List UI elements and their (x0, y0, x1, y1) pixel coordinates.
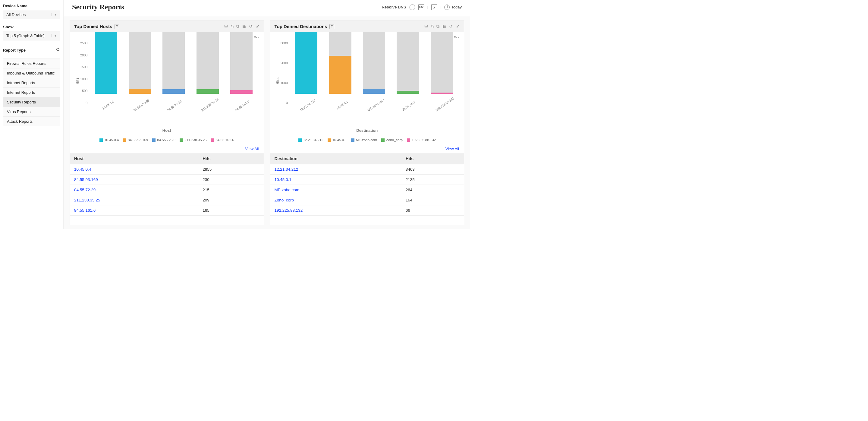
legend-swatch (381, 139, 384, 142)
show-select[interactable]: Top 5 (Graph & Table) ▼ (3, 31, 60, 40)
sidebar-item[interactable]: Inbound & Outbound Traffic (3, 68, 60, 78)
legend-item[interactable]: 12.21.34.212 (299, 138, 323, 142)
legend-item[interactable]: Zoho_corp (381, 138, 403, 142)
table-host-cell[interactable]: 10.45.0.1 (270, 175, 401, 185)
resolve-dns-toggle[interactable] (409, 4, 415, 10)
view-all-row: View All (270, 145, 464, 153)
sidebar-item[interactable]: Virus Reports (3, 107, 60, 117)
search-icon[interactable] (56, 48, 60, 53)
table-row: Zoho_corp 164 (270, 195, 464, 205)
bar-background (295, 32, 317, 94)
bar[interactable]: 211.238.35.25 (194, 32, 221, 104)
x-axis-label: Destination (275, 128, 459, 133)
show-value: Top 5 (Graph & Table) (6, 33, 44, 38)
report-type-list: Firewall Rules ReportsInbound & Outbound… (3, 59, 60, 126)
table-host-cell[interactable]: 84.55.161.6 (70, 205, 198, 216)
legend-item[interactable]: 10.45.0.4 (99, 138, 119, 142)
table-header[interactable]: Destination (270, 153, 401, 164)
panel-header: Top Denied Hosts ? ✉⎙⧉▦⟳⤢ (70, 21, 264, 32)
table-host-cell[interactable]: 12.21.34.212 (270, 164, 401, 175)
panel-tools: ✉⎙⧉▦⟳⤢ (424, 24, 460, 29)
table-hits-cell: 165 (198, 205, 264, 216)
sidebar-item[interactable]: Firewall Rules Reports (3, 59, 60, 68)
bar-category-label: 192.225.88.132 (435, 96, 458, 116)
data-table: Host Hits 10.45.0.4 2855 84.55.93.169 23… (70, 153, 264, 216)
export-pdf-icon[interactable]: ⎙ (431, 24, 433, 29)
legend-item[interactable]: 84.55.93.169 (123, 138, 148, 142)
table-host-cell[interactable]: 211.238.35.25 (70, 195, 198, 205)
legend-item[interactable]: 84.55.161.6 (211, 138, 234, 142)
export-xls-icon[interactable]: x (431, 4, 437, 10)
copy-icon[interactable]: ⧉ (436, 24, 439, 29)
legend-item[interactable]: 211.238.35.25 (180, 138, 207, 142)
sidebar-item[interactable]: Attack Reports (3, 117, 60, 126)
table-row: 84.55.161.6 165 (70, 205, 264, 216)
bar[interactable]: 10.45.0.1 (327, 32, 354, 104)
grid-icon[interactable]: ▦ (442, 24, 446, 29)
legend-item[interactable]: 10.45.0.1 (328, 138, 347, 142)
bar[interactable]: Zoho_corp (394, 32, 421, 104)
table-hits-cell: 215 (198, 185, 264, 195)
export-csv-icon[interactable]: CSV (418, 4, 424, 10)
table-host-cell[interactable]: 192.225.88.132 (270, 205, 401, 216)
view-all-link[interactable]: View All (245, 147, 258, 151)
expand-icon[interactable]: ⤢ (456, 24, 460, 29)
device-name-select[interactable]: All Devices ▼ (3, 10, 60, 19)
chevron-down-icon: ▼ (51, 13, 57, 16)
bar-background (431, 32, 453, 94)
sidebar-item[interactable]: Security Reports (3, 97, 60, 107)
bar[interactable]: 10.45.0.4 (93, 32, 120, 104)
bar-fill (95, 32, 117, 94)
sidebar-item[interactable]: Internet Reports (3, 88, 60, 97)
bar[interactable]: 12.21.34.212 (293, 32, 320, 104)
mail-icon[interactable]: ✉ (224, 24, 228, 29)
y-tick: 2000 (80, 53, 87, 57)
view-all-link[interactable]: View All (445, 147, 459, 151)
bar-fill (295, 32, 317, 94)
bar-category-label: 84.55.72.29 (167, 96, 190, 116)
table-hits-cell: 230 (198, 175, 264, 185)
legend-label: 192.225.88.132 (412, 138, 436, 142)
panel-title: Top Denied Hosts ? (74, 24, 119, 29)
bar[interactable]: 84.55.161.6 (228, 32, 255, 104)
table-host-cell[interactable]: 84.55.72.29 (70, 185, 198, 195)
table-host-cell[interactable]: 10.45.0.4 (70, 164, 198, 175)
date-range-button[interactable]: Today (444, 4, 462, 10)
table-host-cell[interactable]: Zoho_corp (270, 195, 401, 205)
grid-icon[interactable]: ▦ (242, 24, 246, 29)
panel-title: Top Denied Destinations ? (275, 24, 335, 29)
sidebar-item[interactable]: Intranet Reports (3, 78, 60, 88)
legend-item[interactable]: ME.zoho.com (351, 138, 377, 142)
panel-tools: ✉⎙⧉▦⟳⤢ (224, 24, 259, 29)
table-host-cell[interactable]: ME.zoho.com (270, 185, 401, 195)
expand-icon[interactable]: ⤢ (256, 24, 259, 29)
table-header[interactable]: Host (70, 153, 198, 164)
bar-fill (230, 90, 253, 94)
show-label: Show (3, 25, 60, 29)
copy-icon[interactable]: ⧉ (236, 24, 239, 29)
legend-item[interactable]: 192.225.88.132 (407, 138, 436, 142)
refresh-icon[interactable]: ⟳ (249, 24, 253, 29)
bar[interactable]: 84.55.93.169 (126, 32, 153, 104)
bar-background (95, 32, 117, 94)
legend-item[interactable]: 84.55.72.29 (152, 138, 176, 142)
mail-icon[interactable]: ✉ (424, 24, 428, 29)
table-row: 84.55.72.29 215 (70, 185, 264, 195)
date-range-label: Today (451, 5, 462, 9)
table-header[interactable]: Hits (198, 153, 264, 164)
table-hits-cell: 209 (198, 195, 264, 205)
export-pdf-icon[interactable]: ⎙ (231, 24, 233, 29)
help-icon[interactable]: ? (115, 24, 119, 29)
legend-label: 211.238.35.25 (184, 138, 207, 142)
legend-label: 84.55.93.169 (128, 138, 148, 142)
table-row: 10.45.0.4 2855 (70, 164, 264, 175)
bar[interactable]: 192.225.88.132 (428, 32, 456, 104)
refresh-icon[interactable]: ⟳ (450, 24, 453, 29)
bar-fill (431, 93, 453, 94)
table-header[interactable]: Hits (401, 153, 464, 164)
table-host-cell[interactable]: 84.55.93.169 (70, 175, 198, 185)
help-icon[interactable]: ? (330, 24, 334, 29)
bar[interactable]: ME.zoho.com (361, 32, 388, 104)
table-hits-cell: 2855 (198, 164, 264, 175)
bar[interactable]: 84.55.72.29 (160, 32, 187, 104)
